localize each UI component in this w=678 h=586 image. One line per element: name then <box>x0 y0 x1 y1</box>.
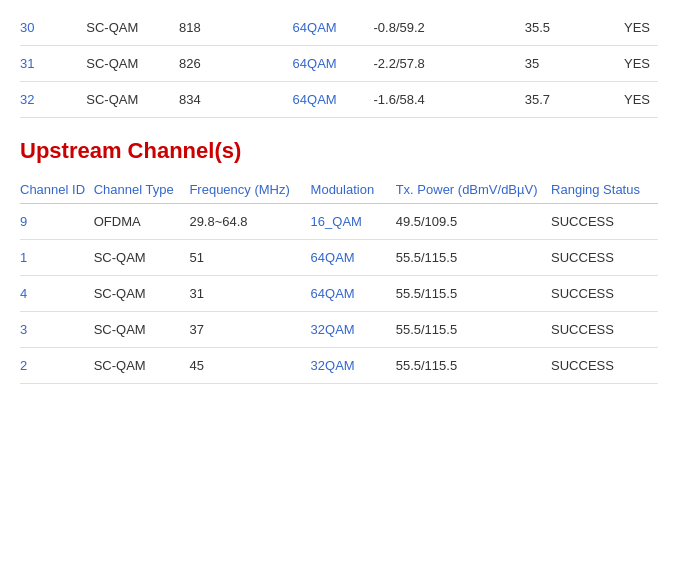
channel-id-cell: 30 <box>20 10 86 46</box>
frequency-cell: 29.8~64.8 <box>189 204 310 240</box>
channel-id-cell: 9 <box>20 204 94 240</box>
power-cell: 35 <box>525 46 624 82</box>
col-header-modulation: Modulation <box>311 176 396 204</box>
power-cell: 35.7 <box>525 82 624 118</box>
tx-power-cell: 49.5/109.5 <box>396 204 551 240</box>
ranging-status-cell: SUCCESS <box>551 312 658 348</box>
frequency-cell: 37 <box>189 312 310 348</box>
ranging-status-cell: SUCCESS <box>551 204 658 240</box>
lock-status-cell: YES <box>624 10 658 46</box>
modulation-cell: 64QAM <box>293 10 374 46</box>
lock-status-cell: YES <box>624 82 658 118</box>
modulation-cell: 64QAM <box>311 240 396 276</box>
channel-type-cell: SC-QAM <box>94 312 190 348</box>
snr-cell: -2.2/57.8 <box>374 46 525 82</box>
tx-power-cell: 55.5/115.5 <box>396 348 551 384</box>
table-row: 31 SC-QAM 826 64QAM -2.2/57.8 35 YES <box>20 46 658 82</box>
modulation-cell: 64QAM <box>293 82 374 118</box>
table-row: 2 SC-QAM 45 32QAM 55.5/115.5 SUCCESS <box>20 348 658 384</box>
table-row: 3 SC-QAM 37 32QAM 55.5/115.5 SUCCESS <box>20 312 658 348</box>
frequency-cell: 818 <box>179 10 293 46</box>
channel-type-cell: SC-QAM <box>94 348 190 384</box>
snr-cell: -0.8/59.2 <box>374 10 525 46</box>
channel-id-cell: 1 <box>20 240 94 276</box>
col-header-channel-id: Channel ID <box>20 176 94 204</box>
col-header-channel-type: Channel Type <box>94 176 190 204</box>
modulation-cell: 16_QAM <box>311 204 396 240</box>
ranging-status-cell: SUCCESS <box>551 348 658 384</box>
upstream-table-header: Channel ID Channel Type Frequency (MHz) … <box>20 176 658 204</box>
upstream-table: Channel ID Channel Type Frequency (MHz) … <box>20 176 658 384</box>
ranging-status-cell: SUCCESS <box>551 240 658 276</box>
channel-id-cell: 3 <box>20 312 94 348</box>
frequency-cell: 826 <box>179 46 293 82</box>
upstream-section-title: Upstream Channel(s) <box>20 138 658 164</box>
frequency-cell: 51 <box>189 240 310 276</box>
table-row: 9 OFDMA 29.8~64.8 16_QAM 49.5/109.5 SUCC… <box>20 204 658 240</box>
channel-type-cell: SC-QAM <box>86 10 179 46</box>
ranging-status-cell: SUCCESS <box>551 276 658 312</box>
channel-type-cell: SC-QAM <box>86 46 179 82</box>
downstream-table: 30 SC-QAM 818 64QAM -0.8/59.2 35.5 YES 3… <box>20 10 658 118</box>
upstream-section: Upstream Channel(s) Channel ID Channel T… <box>20 138 658 384</box>
table-row: 1 SC-QAM 51 64QAM 55.5/115.5 SUCCESS <box>20 240 658 276</box>
modulation-cell: 64QAM <box>293 46 374 82</box>
channel-id-cell: 31 <box>20 46 86 82</box>
channel-type-cell: SC-QAM <box>94 240 190 276</box>
tx-power-cell: 55.5/115.5 <box>396 312 551 348</box>
snr-cell: -1.6/58.4 <box>374 82 525 118</box>
channel-type-cell: SC-QAM <box>86 82 179 118</box>
channel-id-cell: 2 <box>20 348 94 384</box>
channel-id-cell: 4 <box>20 276 94 312</box>
frequency-cell: 834 <box>179 82 293 118</box>
table-row: 4 SC-QAM 31 64QAM 55.5/115.5 SUCCESS <box>20 276 658 312</box>
frequency-cell: 45 <box>189 348 310 384</box>
tx-power-cell: 55.5/115.5 <box>396 240 551 276</box>
channel-type-cell: SC-QAM <box>94 276 190 312</box>
channel-type-cell: OFDMA <box>94 204 190 240</box>
modulation-cell: 32QAM <box>311 348 396 384</box>
table-row: 32 SC-QAM 834 64QAM -1.6/58.4 35.7 YES <box>20 82 658 118</box>
col-header-tx-power: Tx. Power (dBmV/dBµV) <box>396 176 551 204</box>
channel-id-cell: 32 <box>20 82 86 118</box>
col-header-frequency: Frequency (MHz) <box>189 176 310 204</box>
col-header-ranging-status: Ranging Status <box>551 176 658 204</box>
lock-status-cell: YES <box>624 46 658 82</box>
frequency-cell: 31 <box>189 276 310 312</box>
power-cell: 35.5 <box>525 10 624 46</box>
table-row: 30 SC-QAM 818 64QAM -0.8/59.2 35.5 YES <box>20 10 658 46</box>
modulation-cell: 32QAM <box>311 312 396 348</box>
tx-power-cell: 55.5/115.5 <box>396 276 551 312</box>
modulation-cell: 64QAM <box>311 276 396 312</box>
